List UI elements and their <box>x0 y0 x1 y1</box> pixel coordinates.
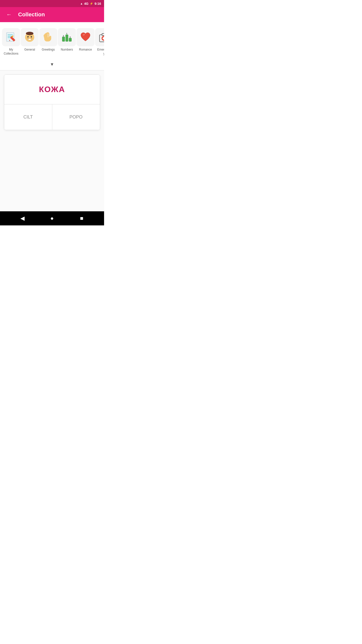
main-content: КОЖА CILT POPO <box>0 70 104 211</box>
flashcard-bottom: CILT POPO <box>4 104 100 130</box>
romance-icon <box>79 31 92 44</box>
network-label: 4G <box>84 2 88 6</box>
svg-point-10 <box>31 36 32 37</box>
general-icon <box>23 31 36 44</box>
category-label-numbers: Numbers <box>61 48 73 52</box>
svg-point-9 <box>27 36 29 37</box>
page-title: Collection <box>18 11 45 18</box>
chevron-down-icon[interactable]: ▾ <box>51 61 53 67</box>
numbers-icon: 2 1 3 <box>61 31 73 44</box>
category-label-my-collections: My Collections <box>4 48 19 56</box>
svg-point-14 <box>32 38 32 39</box>
svg-text:2: 2 <box>63 35 64 37</box>
clock: 9:16 <box>95 2 101 6</box>
expand-row[interactable]: ▾ <box>0 59 104 70</box>
nav-home-button[interactable]: ● <box>47 213 58 224</box>
category-label-general: General <box>24 48 35 52</box>
category-icon-romance <box>76 28 95 46</box>
nav-recents-button[interactable]: ■ <box>76 213 87 224</box>
category-icon-emergency <box>95 28 104 46</box>
svg-point-12 <box>28 38 29 39</box>
flashcard-word: КОЖА <box>39 85 65 94</box>
signal-icon: ▲ <box>80 2 83 5</box>
category-icon-numbers: 2 1 3 <box>58 28 76 46</box>
flashcard[interactable]: КОЖА CILT POPO <box>4 74 100 130</box>
category-icon-general <box>21 28 39 46</box>
svg-point-11 <box>27 38 28 38</box>
category-item-general[interactable]: General <box>21 27 38 57</box>
svg-point-13 <box>31 38 31 38</box>
back-button[interactable]: ← <box>5 10 14 19</box>
svg-rect-18 <box>69 38 71 41</box>
svg-rect-27 <box>103 38 104 39</box>
category-item-numbers[interactable]: 2 1 3 Numbers <box>58 27 75 57</box>
status-icons: ▲ 4G ⚡ 9:16 <box>80 2 101 6</box>
category-item-my-collections[interactable]: My Collections <box>3 27 20 57</box>
emergency-icon <box>98 31 104 44</box>
flashcard-translation-right[interactable]: POPO <box>52 104 100 130</box>
greetings-icon <box>42 31 55 44</box>
category-scroll: My Collections General <box>0 22 104 59</box>
my-collections-icon <box>5 31 17 44</box>
category-item-romance[interactable]: Romance <box>77 27 94 57</box>
category-label-greetings: Greetings <box>42 48 55 52</box>
category-icon-greetings <box>39 28 57 46</box>
svg-rect-15 <box>28 39 31 40</box>
svg-text:1: 1 <box>66 32 67 35</box>
flashcard-translation-left[interactable]: CILT <box>4 104 52 130</box>
category-label-romance: Romance <box>79 48 92 52</box>
app-bar: ← Collection <box>0 7 104 22</box>
svg-rect-24 <box>102 33 104 35</box>
svg-rect-16 <box>62 37 65 41</box>
category-icon-my-collections <box>2 28 20 46</box>
nav-back-button[interactable]: ◀ <box>17 213 28 224</box>
category-item-greetings[interactable]: Greetings <box>40 27 57 57</box>
svg-rect-17 <box>66 35 68 42</box>
status-bar: ▲ 4G ⚡ 9:16 <box>0 0 104 7</box>
flashcard-area: КОЖА CILT POPO <box>0 70 104 134</box>
category-item-emergency[interactable]: Emergency <box>96 27 104 57</box>
svg-text:3: 3 <box>70 36 71 38</box>
bottom-nav: ◀ ● ■ <box>0 211 104 225</box>
category-label-emergency: Emergency <box>97 48 104 56</box>
flashcard-top: КОЖА <box>4 75 100 104</box>
svg-point-8 <box>26 32 33 35</box>
battery-icon: ⚡ <box>90 2 93 5</box>
